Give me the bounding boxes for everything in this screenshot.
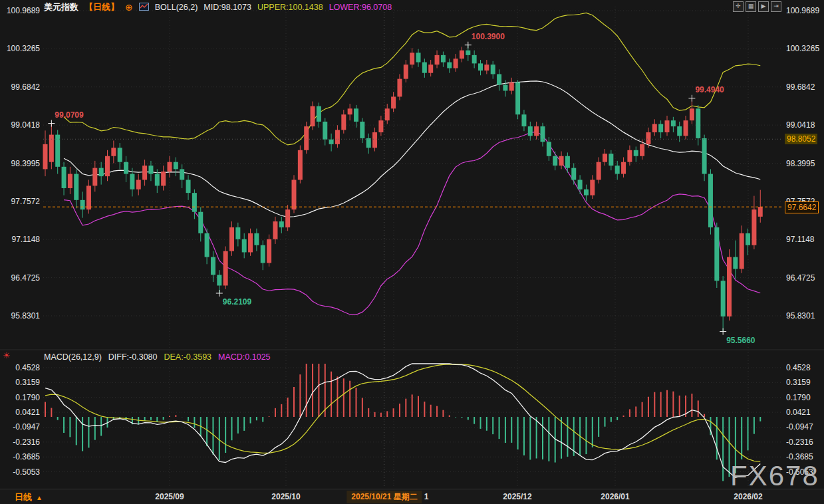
left-axis-label: 99.6842 — [0, 82, 40, 92]
right-axis-label: 0.0421 — [786, 408, 823, 417]
left-axis-label: 0.0421 — [0, 408, 40, 417]
time-axis-label: 2026/02 — [734, 492, 762, 501]
right-axis-label: -0.2316 — [786, 438, 823, 447]
right-axis-label: 97.1148 — [786, 235, 823, 244]
left-axis-label: 0.4528 — [0, 363, 40, 372]
left-axis-label: -0.5053 — [0, 467, 40, 477]
left-axis-label: 100.3265 — [0, 44, 40, 53]
chart-canvas[interactable] — [0, 0, 824, 504]
period-tag: 【日线】 — [84, 1, 119, 13]
right-axis-label: 0.4528 — [786, 363, 823, 372]
boll-label: BOLL(26,2) — [155, 3, 198, 12]
chart-window: 美元指数 【日线】 ⊕ BOLL(26,2) MID:98.1073 UPPER… — [0, 0, 824, 504]
left-axis-label: 0.1790 — [0, 393, 40, 402]
left-axis-label: -0.0947 — [0, 422, 40, 432]
left-axis-label: 0.3159 — [0, 378, 40, 387]
watermark: FX678 — [730, 460, 819, 492]
left-axis-label: 98.3995 — [0, 159, 40, 168]
left-axis-label: -0.3685 — [0, 452, 40, 461]
right-axis-label: -0.0947 — [786, 422, 823, 432]
chart-header: 美元指数 【日线】 ⊕ BOLL(26,2) MID:98.1073 UPPER… — [44, 1, 392, 13]
left-axis-label: 99.0418 — [0, 120, 40, 130]
macd-dea-value: DEA:-0.3593 — [164, 352, 211, 362]
left-axis-label: 97.1148 — [0, 235, 40, 244]
boll-mid-value: MID:98.1073 — [204, 3, 251, 12]
circle-plus-icon[interactable]: ⊕ — [125, 2, 133, 13]
indicator-window-icon[interactable]: ▦ — [746, 1, 756, 12]
period-selector[interactable]: 日线 ▲ — [15, 491, 43, 503]
left-axis-label: -0.2316 — [0, 438, 40, 447]
detach-window-icon[interactable]: ⇥ — [771, 1, 781, 12]
left-axis-label: 97.7572 — [0, 197, 40, 206]
right-axis-label: 0.3159 — [786, 378, 823, 387]
drawing-tool-icon[interactable]: ▶ — [758, 1, 769, 12]
time-axis-label: 2026/01 — [601, 492, 629, 501]
extreme-price-label: 96.2109 — [223, 297, 251, 307]
extreme-price-label: 99.4940 — [695, 85, 724, 94]
right-axis-label: 96.4725 — [786, 273, 823, 283]
time-axis-bar: 日线 ▲ 2025/10/21 星期二 2025/092025/1012025/… — [0, 489, 824, 504]
macd-macd-value: MACD:0.1025 — [218, 352, 271, 362]
extreme-price-label: 95.5660 — [726, 336, 755, 345]
crosshair-date-badge: 2025/10/21 星期二 — [346, 491, 422, 503]
left-axis-label: 95.8301 — [0, 311, 40, 320]
indicator-dot-icon[interactable]: ☀ — [3, 350, 11, 360]
macd-header: MACD(26,12,9) DIFF:-0.3080 DEA:-0.3593 M… — [44, 352, 271, 362]
right-axis-label: 98.3995 — [786, 159, 823, 168]
boll-lower-value: LOWER:96.0708 — [329, 3, 392, 12]
left-axis-label: 100.9689 — [0, 6, 40, 15]
period-label: 日线 — [15, 491, 32, 503]
right-axis-label: 99.6842 — [786, 82, 823, 92]
mini-chart-icon[interactable] — [139, 3, 149, 13]
macd-name: MACD(26,12,9) — [44, 352, 102, 362]
last-price-badge: 97.6642 — [785, 201, 819, 213]
time-axis-label: 1 — [424, 492, 429, 501]
right-axis-label: 0.1790 — [786, 393, 823, 402]
time-axis-label: 2025/10 — [271, 492, 300, 501]
extreme-price-label: 100.3900 — [472, 32, 505, 41]
triangle-up-icon: ▲ — [36, 494, 43, 501]
left-axis-label: 96.4725 — [0, 273, 40, 283]
crosshair-price-badge: 98.8052 — [785, 134, 817, 144]
boll-upper-value: UPPER:100.1438 — [257, 3, 323, 12]
extreme-price-label: 99.0709 — [55, 110, 83, 120]
right-axis-label: 100.9689 — [786, 6, 823, 15]
right-axis-label: 100.3265 — [786, 44, 823, 53]
window-toolbar: ✛▦▶⇥ — [733, 1, 781, 12]
time-axis-label: 2025/12 — [503, 492, 531, 501]
macd-diff-value: DIFF:-0.3080 — [108, 352, 158, 362]
pan-tool-icon[interactable]: ✛ — [733, 1, 744, 12]
right-axis-label: 95.8301 — [786, 311, 823, 320]
symbol-name: 美元指数 — [44, 1, 78, 13]
time-axis-label: 2025/09 — [155, 492, 184, 501]
right-axis-label: 99.0418 — [786, 120, 823, 130]
